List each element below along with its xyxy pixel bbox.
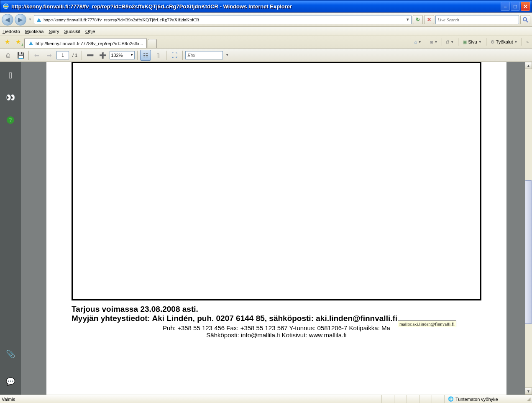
chevron-down-icon: ▼ [130,53,133,57]
pdf-zoom-out-button[interactable]: ➖ [84,50,95,61]
status-cell [407,395,419,403]
svg-line-3 [526,21,528,22]
pdf-zoom-in-button[interactable]: ➕ [97,50,108,61]
status-cell [394,395,407,403]
scroll-up-button[interactable]: ▲ [525,62,532,69]
plus-icon: ➕ [99,52,106,59]
forward-button[interactable]: ▶ [15,14,26,26]
stop-button[interactable]: ✕ [424,15,434,24]
printer-icon: ⎙ [6,52,10,59]
binoculars-icon: 👀 [6,93,15,102]
search-box[interactable] [435,15,519,24]
vertical-scrollbar[interactable]: ▲ ▼ [525,62,532,395]
pdf-binoculars-button[interactable]: 👀 [5,92,16,103]
globe-icon: 🌐 [448,396,454,402]
menu-siirry[interactable]: Siirry [49,29,59,34]
scroll-track[interactable] [525,69,532,388]
menu-tiedosto[interactable]: Tiedosto [3,29,20,34]
save-icon: 💾 [17,52,24,59]
page-menu-button[interactable]: ▣Sivu▼ [461,37,483,46]
scroll-down-button[interactable]: ▼ [525,388,532,395]
home-button[interactable]: ⌂▼ [412,37,423,46]
minus-icon: ➖ [87,52,94,59]
company-web-line: Sähköposti: info@mallila.fi Kotisivut: w… [72,331,481,339]
refresh-button[interactable]: ↻ [413,15,423,24]
window-minimize-button[interactable]: – [501,2,510,11]
printer-icon: ⎙ [446,39,449,44]
help-icon: ? [7,116,14,124]
nav-dropdown-icon[interactable]: ▼ [28,18,33,21]
print-button[interactable]: ⎙▼ [445,37,455,46]
svg-marker-1 [37,18,41,22]
menu-muokkaa[interactable]: Muokkaa [25,29,44,34]
window-maximize-button[interactable]: □ [511,2,520,11]
pdf-zoom-select[interactable]: 132%▼ [110,51,135,59]
document-content-frame [72,62,481,300]
paperclip-icon: 📎 [6,349,15,359]
separator [458,38,458,46]
page-favicon-icon [35,16,43,23]
pdf-scroll-mode-button[interactable]: ☷ [140,50,151,61]
ie-logo-icon [2,3,10,10]
separator [486,38,486,46]
add-favorite-button[interactable]: ★ [13,37,23,46]
pdf-comments-button[interactable]: 💬 [5,376,16,387]
window-close-button[interactable]: ✕ [521,2,530,11]
zone-label: Tuntematon vyöhyke [455,397,498,402]
separator [522,38,522,46]
comment-icon: 💬 [6,377,15,386]
pdf-fit-page-button[interactable]: ⛶ [169,50,180,61]
seller-email-link[interactable]: aki.linden@finnvalli.fi [316,314,397,323]
seller-contact-prefix: Myyjän yhteystiedot: Aki Lindén, puh. 02… [72,314,316,323]
command-bar: ⌂▼ ◙▼ ⎙▼ ▣Sivu▼ ⚙Työkalut▼ » [412,37,530,46]
resize-grip[interactable]: ◢ [524,396,530,402]
content-area: ▯ 👀 ? 📎 💬 Tarjous voimassa 23.08.2008 as… [0,62,532,395]
tab-favicon-icon [28,40,34,47]
status-cell [381,395,394,403]
separator [426,38,426,46]
fit-icon: ⛶ [171,52,177,59]
svg-marker-4 [29,41,33,45]
search-button[interactable] [520,15,530,24]
pdf-page-total: / 1 [71,53,79,58]
address-bar[interactable]: ▾ [34,15,412,24]
favorites-center-button[interactable]: ★ [3,37,12,46]
status-cell [419,395,432,403]
url-input[interactable] [43,15,404,24]
browser-tab[interactable]: http://kenny.finnvalli.fi:7778/fv_rep/re… [24,38,147,48]
pdf-attachments-button[interactable]: 📎 [5,349,16,359]
menu-ohje[interactable]: Ohje [85,29,95,34]
pdf-page-input[interactable] [56,51,69,59]
window-title: http://kenny.finnvalli.fi:7778/fv_rep/re… [11,3,501,10]
feeds-button[interactable]: ◙▼ [429,37,440,46]
address-dropdown-icon[interactable]: ▾ [404,17,411,22]
back-button[interactable]: ◀ [2,14,13,26]
tools-menu-label: Työkalut [496,39,513,44]
pdf-find-input[interactable] [185,51,223,59]
pdf-single-page-button[interactable]: ▯ [153,50,164,61]
new-tab-button[interactable] [148,39,157,48]
pdf-find-dropdown-icon[interactable]: ▼ [225,53,230,57]
separator [166,51,166,60]
pdf-save-button[interactable]: 💾 [15,50,26,61]
pdf-next-page-button[interactable]: ➡ [44,50,55,61]
pdf-prev-page-button[interactable]: ⬅ [31,50,42,61]
command-overflow-button[interactable]: » [524,40,530,44]
pdf-toolbar: ⎙ 💾 ⬅ ➡ / 1 ➖ ➕ 132%▼ ☷ ▯ ⛶ ▼ [0,49,532,62]
pdf-help-button[interactable]: ? [5,115,16,126]
tools-menu-button[interactable]: ⚙Työkalut▼ [489,37,519,46]
menu-suosikit[interactable]: Suosikit [64,29,81,34]
home-icon: ⌂ [414,39,417,44]
pdf-document-view[interactable]: Tarjous voimassa 23.08.2008 asti. Myyjän… [21,62,532,395]
security-zone[interactable]: 🌐 Tuntematon vyöhyke [444,395,524,403]
pdf-pages-panel-button[interactable]: ▯ [5,69,16,80]
search-input[interactable] [436,17,519,22]
pdf-print-button[interactable]: ⎙ [3,50,13,61]
scroll-thumb[interactable] [525,180,532,323]
separator [28,51,29,60]
status-cell [432,395,444,403]
status-text: Valmis [2,397,381,402]
scroll-icon: ☷ [143,52,148,59]
gear-icon: ⚙ [491,39,495,45]
window-titlebar: http://kenny.finnvalli.fi:7778/fv_rep/re… [0,0,532,13]
